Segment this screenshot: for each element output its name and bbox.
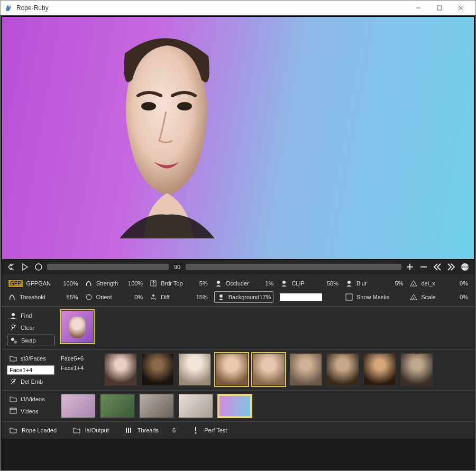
param-strength[interactable]: Strength 100% [85,278,143,289]
param-brdr-top[interactable]: Brdr Top 5% [149,278,208,289]
face-thumb[interactable] [104,353,137,386]
svg-point-36 [195,432,197,434]
strength-icon [85,279,93,288]
video-thumb[interactable] [61,394,96,418]
face-thumb[interactable] [252,353,285,386]
find-icon [9,311,17,320]
svg-point-24 [12,325,15,328]
param-gfpgan[interactable]: GFP GFPGAN 100% [8,278,78,289]
svg-rect-31 [10,408,16,409]
face-thumb[interactable] [400,353,433,386]
found-faces-section: Find Clear Swap [2,307,474,349]
face-label-1[interactable]: Face1+4 [61,365,98,371]
timeline-position: 90 [172,264,182,270]
source-faces-section: st3/Faces Face1+4 Del Emb Face5+6 Face1+… [2,349,474,390]
svg-text:STOP: STOP [461,265,469,269]
face-label-0[interactable]: Face5+6 [61,355,98,362]
param-del-x[interactable]: del_x 0% [409,278,468,289]
folder-icon [72,426,81,435]
video-thumb[interactable] [139,394,174,418]
svg-rect-30 [10,409,16,413]
svg-point-14 [217,281,220,284]
minimize-button[interactable] [408,2,429,14]
close-button[interactable] [450,2,471,14]
perf-icon [191,426,200,435]
status-loaded[interactable]: Rope Loaded [9,426,57,435]
del-emb-button[interactable]: Del Emb [7,376,54,387]
param-occluder[interactable]: Occluder 1% [214,278,274,289]
svg-point-6 [35,264,42,270]
param-orient[interactable]: Orient 0% [85,291,143,303]
play-icon[interactable] [20,262,30,272]
gfpgan-icon: GFP [8,280,23,288]
occluder-icon [214,279,223,288]
svg-point-17 [413,284,414,285]
folder-icon [9,354,17,363]
blur-icon [345,279,353,288]
param-diff[interactable]: Diff 15% [149,291,208,303]
svg-point-15 [282,281,286,284]
threads-icon [125,426,133,435]
preview-face-silhouette [88,27,246,249]
video-thumb[interactable] [100,394,135,418]
videos-folder-button[interactable]: t3/Videos [7,394,54,404]
stop-icon[interactable]: STOP [460,262,470,272]
swap-button[interactable]: Swap [7,335,54,346]
skip-back-icon[interactable] [432,262,443,272]
found-face-thumb[interactable] [61,310,94,343]
status-perf-test[interactable]: Perf Test [191,426,227,435]
video-thumb[interactable] [178,394,213,418]
param-clip[interactable]: CLIP 50% [280,278,338,289]
minus-icon[interactable] [418,262,429,272]
svg-line-29 [11,379,16,384]
folder-icon [9,426,17,435]
svg-point-4 [141,102,156,110]
clear-icon [9,324,17,332]
face-thumb[interactable] [178,353,211,386]
parameters-grid: GFP GFPGAN 100% Strength 100% Brdr Top 5… [2,274,474,307]
face-thumb[interactable] [326,353,359,386]
svg-point-18 [86,294,91,300]
color-swatch[interactable] [280,293,322,301]
window-title: Rope-Ruby [16,4,404,12]
svg-point-23 [12,313,15,316]
param-threshold[interactable]: Threshold 85% [8,291,78,303]
svg-point-27 [14,340,17,344]
video-preview[interactable] [2,16,474,260]
timeline-track-left[interactable] [47,264,169,270]
face-name-input[interactable]: Face1+4 [7,365,54,375]
clip-icon [280,279,288,288]
plus-icon[interactable] [405,262,415,272]
app-icon [5,4,12,12]
param-blur[interactable]: Blur 5% [345,278,404,289]
svg-line-25 [11,325,16,330]
titlebar: Rope-Ruby [1,1,475,15]
param-color-swatch[interactable] [280,291,338,303]
svg-point-20 [219,294,223,298]
face-thumb[interactable] [289,353,322,386]
record-icon[interactable] [33,262,44,272]
face-thumb[interactable] [141,353,174,386]
faces-folder-button[interactable]: st3/Faces [7,353,54,364]
find-button[interactable]: Find [7,310,54,321]
scale-icon [409,293,418,301]
videos-button[interactable]: Videos [7,406,54,417]
status-threads[interactable]: Threads 6 [125,426,176,435]
video-thumb[interactable] [217,394,252,418]
param-show-masks[interactable]: Show Masks [345,291,404,303]
rewind-start-icon[interactable] [6,262,16,272]
skip-forward-icon[interactable] [446,262,456,272]
maximize-button[interactable] [429,2,450,14]
face-thumb[interactable] [215,353,248,386]
param-scale[interactable]: Scale 0% [409,291,468,303]
swap-icon [10,336,18,345]
statusbar: Rope Loaded ia/Output Threads 6 Perf Tes… [2,421,474,439]
clear-button[interactable]: Clear [7,322,54,333]
svg-point-19 [152,294,154,297]
face-thumb[interactable] [363,353,396,386]
param-background[interactable]: Background17% [214,291,274,303]
timeline-track-right[interactable] [186,264,401,270]
status-output[interactable]: ia/Output [72,426,109,435]
videos-section: t3/Videos Videos [2,390,474,421]
background-icon [217,293,225,301]
